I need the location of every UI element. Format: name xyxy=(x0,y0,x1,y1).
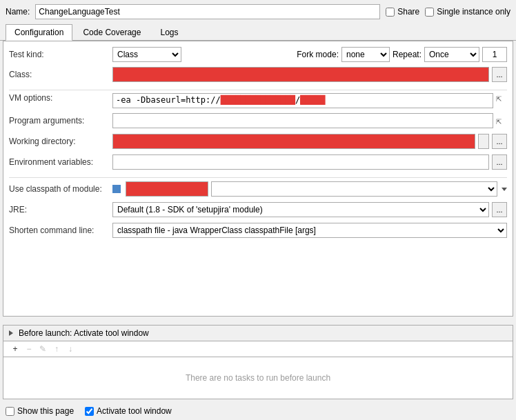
configuration-panel: Test kind: Class Method Pattern Fork mod… xyxy=(3,41,513,317)
working-dir-label: Working directory: xyxy=(9,137,112,146)
program-args-input[interactable] xyxy=(112,113,493,128)
classpath-controls xyxy=(112,181,507,197)
working-dir-input[interactable] xyxy=(112,134,475,149)
class-row: Class: ... xyxy=(9,66,507,83)
shorten-controls: classpath file - java WrapperClass class… xyxy=(112,223,507,238)
vm-options-text: -ea -Dbaseurl=http://███████████████/███… xyxy=(116,95,325,105)
share-label: Share xyxy=(397,7,419,17)
program-args-controls: ⇱ xyxy=(112,113,507,128)
before-launch-section: Before launch: Activate tool window + − … xyxy=(3,325,513,399)
before-launch-header: Before launch: Activate tool window xyxy=(3,326,513,341)
shorten-select[interactable]: classpath file - java WrapperClass class… xyxy=(112,223,507,238)
before-launch-title: Before launch: Activate tool window xyxy=(19,328,149,338)
single-instance-group: Single instance only xyxy=(425,7,510,17)
fork-mode-group: Fork mode: none method class Repeat: Onc… xyxy=(297,47,507,62)
env-vars-controls: ... xyxy=(112,154,507,170)
name-label: Name: xyxy=(6,7,30,17)
working-dir-browse-button[interactable]: ... xyxy=(492,134,507,149)
before-launch-empty-text: There are no tasks to run before launch xyxy=(3,357,513,399)
classpath-select[interactable] xyxy=(211,181,497,197)
activate-tool-window-group: Activate tool window xyxy=(85,406,172,416)
vm-options-input[interactable]: -ea -Dbaseurl=http://███████████████/███… xyxy=(112,93,493,108)
move-down-button[interactable]: ↓ xyxy=(64,343,77,355)
repeat-count-input[interactable] xyxy=(482,47,507,62)
move-up-button[interactable]: ↑ xyxy=(50,343,63,355)
program-args-label: Program arguments: xyxy=(9,116,112,126)
collapse-icon[interactable] xyxy=(9,330,13,336)
header-row: Name: Share Single instance only xyxy=(0,0,516,23)
classpath-input[interactable] xyxy=(126,181,208,197)
env-vars-browse-button[interactable]: ... xyxy=(492,154,507,170)
class-input[interactable] xyxy=(112,67,489,82)
show-page-label: Show this page xyxy=(17,406,74,416)
single-instance-checkbox[interactable] xyxy=(425,8,434,17)
bottom-bar: Show this page Activate tool window xyxy=(0,402,516,420)
tab-configuration[interactable]: Configuration xyxy=(6,24,72,41)
jre-browse-button[interactable]: ... xyxy=(492,202,507,217)
env-vars-row: Environment variables: ... xyxy=(9,154,507,170)
name-input[interactable] xyxy=(35,4,380,19)
tabs: Configuration Code Coverage Logs xyxy=(0,23,516,41)
single-instance-label: Single instance only xyxy=(437,7,510,17)
class-controls: ... xyxy=(112,67,507,82)
show-page-group: Show this page xyxy=(6,406,74,416)
vm-options-row: VM options: -ea -Dbaseurl=http://███████… xyxy=(9,93,507,108)
working-dir-controls: ... xyxy=(112,134,507,149)
fork-mode-label: Fork mode: xyxy=(297,50,339,59)
tab-code-coverage[interactable]: Code Coverage xyxy=(74,24,150,41)
activate-tool-window-checkbox[interactable] xyxy=(85,407,94,416)
classpath-row: Use classpath of module: xyxy=(9,181,507,197)
env-vars-input[interactable] xyxy=(112,154,489,170)
separator-1 xyxy=(9,90,507,90)
remove-task-button[interactable]: − xyxy=(23,343,35,355)
class-label: Class: xyxy=(9,70,112,79)
activate-tool-window-label: Activate tool window xyxy=(97,406,172,416)
jre-row: JRE: Default (1.8 - SDK of 'setupjira' m… xyxy=(9,201,507,218)
shorten-label: Shorten command line: xyxy=(9,226,112,235)
dialog: Name: Share Single instance only Configu… xyxy=(0,0,516,420)
classpath-dropdown-icon xyxy=(502,188,507,191)
share-group: Share xyxy=(386,7,419,17)
program-args-expand-icon[interactable]: ⇱ xyxy=(496,116,507,126)
show-page-checkbox[interactable] xyxy=(6,407,14,416)
repeat-label: Repeat: xyxy=(393,50,421,59)
program-args-row: Program arguments: ⇱ xyxy=(9,112,507,129)
jre-label: JRE: xyxy=(9,205,112,214)
classpath-label: Use classpath of module: xyxy=(9,184,112,194)
tab-logs[interactable]: Logs xyxy=(151,24,187,41)
module-icon xyxy=(112,185,121,193)
test-kind-row: Test kind: Class Method Pattern Fork mod… xyxy=(9,47,507,62)
working-dir-dropdown[interactable] xyxy=(478,134,489,149)
test-kind-label: Test kind: xyxy=(9,50,112,59)
test-kind-select[interactable]: Class Method Pattern xyxy=(112,47,181,62)
repeat-select[interactable]: Once N Times Until Failure xyxy=(424,47,479,62)
edit-task-button[interactable]: ✎ xyxy=(37,343,49,355)
working-dir-row: Working directory: ... xyxy=(9,133,507,150)
before-launch-toolbar: + − ✎ ↑ ↓ xyxy=(3,341,513,357)
jre-select[interactable]: Default (1.8 - SDK of 'setupjira' module… xyxy=(112,202,489,217)
share-checkbox[interactable] xyxy=(386,8,395,17)
class-browse-button[interactable]: ... xyxy=(492,67,507,82)
shorten-row: Shorten command line: classpath file - j… xyxy=(9,222,507,239)
separator-2 xyxy=(9,177,507,178)
env-vars-label: Environment variables: xyxy=(9,157,112,167)
add-task-button[interactable]: + xyxy=(9,343,21,355)
vm-options-label: VM options: xyxy=(9,93,112,103)
jre-controls: Default (1.8 - SDK of 'setupjira' module… xyxy=(112,202,507,217)
vm-options-expand-icon[interactable]: ⇱ xyxy=(496,93,507,103)
fork-mode-select[interactable]: none method class xyxy=(341,47,390,62)
